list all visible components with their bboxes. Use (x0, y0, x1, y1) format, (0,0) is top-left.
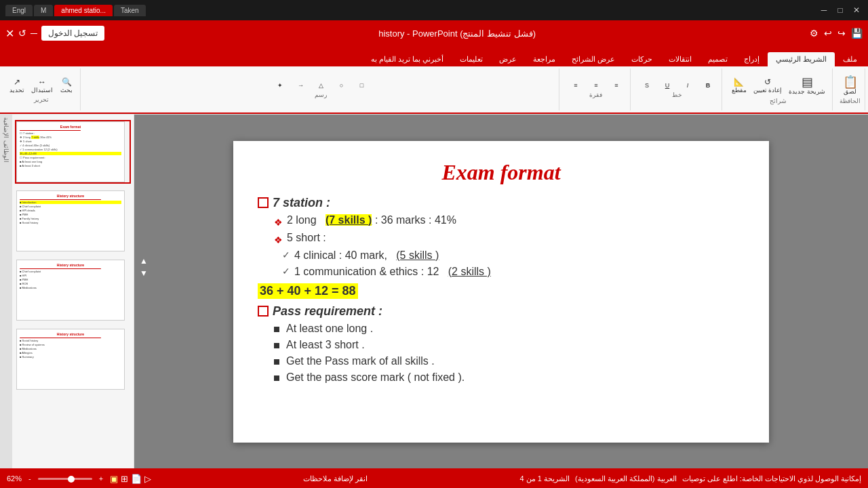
view-buttons: ▣ ⊞ 📄 ▷ (110, 474, 151, 484)
clinical-text: 4 clinical : 40 mark, (5 skills ) (294, 249, 439, 262)
status-bar: 62% - + ▣ ⊞ 📄 ▷ انقر لإضافة ملاحظات إمكا… (0, 468, 868, 488)
titlebar-tab-1[interactable]: Engl (5, 5, 33, 16)
zoom-level: 62% (7, 474, 22, 483)
align-left-button[interactable]: ≡ (566, 81, 585, 90)
bullet3-text: Get the Pass mark of all skills . (286, 355, 435, 367)
long-skills: (7 skills ) (326, 214, 372, 226)
redo-icon[interactable]: ↪ (837, 28, 846, 39)
checkmark-2: ✓ (282, 266, 290, 277)
drawing-label: رسم (315, 92, 327, 98)
titlebar-tab-2[interactable]: M (34, 5, 53, 16)
statusbar-right: إمكانية الوصول لذوي الاحتياجات الخاصة: ا… (520, 474, 861, 483)
tab-view[interactable]: عرض (491, 52, 525, 66)
ribbon: ملف الشريط الرئيسي إدراج تصميم انتقالات … (0, 46, 868, 115)
titlebar-maximize[interactable]: □ (834, 5, 846, 15)
ribbon-group-drawing: □ ○ △ → ✦ رسم (83, 68, 559, 110)
slide-thumb-2[interactable]: History structure ■ Introduction ■ Chief… (15, 189, 131, 253)
login-button[interactable]: تسجيل الدخول (41, 26, 104, 41)
titlebar-tabs: Engl M ahmed statio... Taken (5, 5, 146, 16)
section-button[interactable]: 📐 مقطع (729, 76, 749, 95)
tab-file[interactable]: ملف (835, 52, 865, 66)
pass-req-heading: Pass requirement : (273, 304, 382, 319)
tab-animations[interactable]: حركات (623, 52, 660, 66)
square-bullet-2 (274, 343, 279, 348)
shape-btn-2[interactable]: ○ (332, 81, 351, 90)
strikethrough-button[interactable]: S (637, 81, 656, 90)
clinical-row: ✓ 4 clinical : 40 mark, (5 skills ) (282, 249, 745, 262)
slideshow-btn[interactable]: ▷ (144, 474, 151, 484)
slide-thumb-1[interactable]: Exam format ☐ 7 station : ❖ 2 long 7 ski… (15, 120, 131, 184)
appbar-left: ✕ ↺ ─ تسجيل الدخول (5, 26, 104, 41)
slides-panel: Exam format ☐ 7 station : ❖ 2 long 7 ski… (12, 115, 134, 468)
normal-view-btn[interactable]: ▣ (110, 474, 118, 484)
tab-tell-me[interactable]: أخبرني بما تريد القيام به (363, 52, 452, 66)
titlebar-tab-4[interactable]: Taken (114, 5, 146, 16)
bullet4-text: Get the pass score mark ( not fixed ). (286, 371, 465, 384)
accessibility-text: إمكانية الوصول لذوي الاحتياجات الخاصة: ا… (682, 474, 861, 483)
replace-button[interactable]: ↔ استبدال (28, 76, 56, 95)
shape-btn-4[interactable]: → (291, 81, 310, 90)
tab-insert[interactable]: إدراج (736, 52, 768, 66)
bullet1-text: At least one long . (286, 323, 373, 335)
settings-icon[interactable]: ⚙ (810, 28, 818, 39)
bullet2-row: At least 3 short . (274, 339, 745, 351)
close-btn[interactable]: ✕ (5, 27, 14, 40)
editing-label: تحرير (34, 96, 49, 103)
scroll-down-arrow[interactable]: ▼ (140, 268, 148, 278)
paste-button[interactable]: 📋 لصق (840, 75, 861, 96)
align-right-button[interactable]: ≡ (607, 81, 626, 90)
minimize-btn[interactable]: ─ (31, 28, 37, 39)
shape-btn-1[interactable]: □ (352, 81, 371, 90)
clinical-skills: (5 skills ) (396, 249, 439, 261)
zoom-plus[interactable]: + (99, 474, 103, 483)
zoom-thumb (68, 476, 75, 483)
scroll-up-arrow[interactable]: ▲ (140, 256, 148, 266)
tab-transitions[interactable]: انتقالات (660, 52, 700, 66)
left-panel: الوظائف الإضافية (0, 115, 12, 468)
bold-button[interactable]: B (698, 81, 717, 90)
comm-row: ✓ 1 communication & ethics : 12 (2 skill… (282, 266, 745, 278)
pass-req-row: Pass requirement : (258, 304, 745, 319)
zoom-minus[interactable]: - (28, 474, 31, 483)
main-area: الوظائف الإضافية Exam format ☐ 7 station… (0, 115, 868, 468)
statusbar-left: 62% - + ▣ ⊞ 📄 ▷ (7, 474, 151, 484)
slide-thumb-3[interactable]: History structure ■ Chief complaint ■ HP… (15, 258, 131, 322)
titlebar-close[interactable]: ✕ (850, 5, 863, 15)
sum-formula: 36 + 40 + 12 = 88 (258, 283, 358, 299)
italic-button[interactable]: I (678, 81, 697, 90)
slide-sorter-btn[interactable]: ⊞ (121, 474, 128, 484)
tab-design[interactable]: تصميم (700, 52, 736, 66)
tab-slideshow[interactable]: عرض الشرائح (564, 52, 623, 66)
shape-btn-3[interactable]: △ (311, 81, 330, 90)
find-button[interactable]: 🔍 بحث (57, 76, 76, 95)
square-bullet-1 (274, 327, 279, 332)
tab-home[interactable]: الشريط الرئيسي (768, 52, 835, 66)
titlebar-minimize[interactable]: ─ (818, 5, 830, 15)
zoom-slider[interactable] (38, 478, 92, 480)
shape-btn-5[interactable]: ✦ (271, 81, 290, 90)
ribbon-group-font: B I U S خط (633, 68, 722, 110)
slide-thumb-4[interactable]: History structure ■ Social history ■ Rev… (15, 327, 131, 391)
underline-button[interactable]: U (658, 81, 677, 90)
titlebar-tab-3[interactable]: ahmed statio... (54, 5, 113, 16)
pass-checkbox (258, 306, 269, 317)
font-label: خط (672, 92, 682, 98)
undo-icon[interactable]: ↩ (824, 28, 832, 39)
tab-help[interactable]: تعليمات (452, 52, 491, 66)
reload-btn[interactable]: ↺ (18, 28, 26, 39)
notes-area[interactable]: انقر لإضافة ملاحظات (151, 474, 519, 483)
short-text: 5 short : (287, 232, 326, 244)
slide-title: Exam format (258, 160, 745, 185)
reset-button[interactable]: ↺ إعادة تعيين (751, 76, 785, 95)
align-center-button[interactable]: ≡ (587, 81, 606, 90)
new-slide-button[interactable]: ▤ شريحة جديدة (786, 75, 828, 96)
save-icon[interactable]: 💾 (851, 28, 863, 39)
select-button[interactable]: ↗ تحديد (7, 76, 27, 95)
station-row: 7 station : (258, 196, 745, 210)
checkmark-1: ✓ (282, 249, 290, 260)
tab-review[interactable]: مراجعة (525, 52, 564, 66)
ribbon-group-paragraph: ≡ ≡ ≡ فقرة (562, 68, 631, 110)
reading-view-btn[interactable]: 📄 (131, 474, 142, 484)
slide-thumb-4-inner: History structure ■ Social history ■ Rev… (16, 329, 125, 390)
left-panel-label: الوظائف الإضافية (3, 117, 9, 163)
